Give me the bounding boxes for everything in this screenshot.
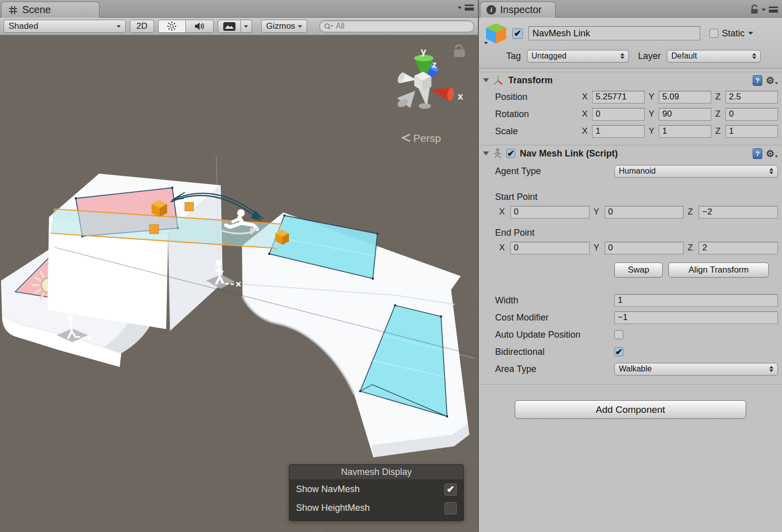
axis-x-label: x bbox=[458, 91, 463, 101]
link-handle-mid-bottom[interactable] bbox=[150, 225, 159, 234]
x-label: X bbox=[582, 126, 590, 136]
end-z-field[interactable] bbox=[699, 242, 778, 254]
auto-update-checkbox[interactable] bbox=[614, 330, 623, 339]
y-label: Y bbox=[594, 207, 603, 217]
component-enabled-checkbox[interactable] bbox=[506, 149, 515, 158]
x-label: X bbox=[499, 207, 508, 217]
toggle-2d-button[interactable]: 2D bbox=[130, 20, 154, 33]
scene-effects-button[interactable] bbox=[218, 20, 241, 33]
add-component-button[interactable]: Add Component bbox=[515, 400, 746, 419]
static-checkbox[interactable] bbox=[709, 29, 718, 38]
gameobject-icon[interactable] bbox=[484, 21, 508, 45]
bidirectional-label: Bidirectional bbox=[495, 347, 614, 357]
scale-z-field[interactable] bbox=[725, 125, 778, 138]
position-z-field[interactable] bbox=[725, 91, 778, 103]
lock-icon[interactable] bbox=[750, 5, 759, 15]
rotation-row: Rotation X Y Z bbox=[495, 108, 778, 121]
shading-mode-dropdown[interactable]: Shaded bbox=[4, 20, 126, 33]
light-icon bbox=[167, 21, 177, 31]
rotation-x-field[interactable] bbox=[592, 108, 645, 121]
agent-type-dropdown[interactable]: Humanoid bbox=[614, 165, 778, 178]
align-transform-button[interactable]: Align Transform bbox=[668, 262, 769, 278]
lock-icon[interactable] bbox=[454, 45, 465, 58]
start-z-field[interactable] bbox=[699, 206, 778, 219]
rotation-label: Rotation bbox=[495, 109, 582, 120]
chevron-down-icon bbox=[117, 25, 121, 28]
active-checkbox[interactable] bbox=[512, 28, 523, 39]
unity-editor: Scene Shaded 2D bbox=[0, 0, 782, 532]
search-input[interactable] bbox=[335, 22, 457, 31]
link-handle-mid-top[interactable] bbox=[185, 202, 193, 211]
orientation-gizmo[interactable]: y z x bbox=[396, 46, 463, 109]
layer-value: Default bbox=[671, 51, 697, 61]
bidirectional-checkbox[interactable] bbox=[614, 347, 623, 356]
tab-inspector[interactable]: Inspector bbox=[480, 2, 556, 18]
cost-modifier-label: Cost Modifier bbox=[495, 312, 614, 323]
rotation-z-field[interactable] bbox=[725, 108, 778, 121]
width-label: Width bbox=[495, 295, 614, 306]
scene-viewport[interactable]: y z x Persp Navmesh Display Show NavMesh bbox=[0, 35, 478, 532]
area-type-row: Area Type Walkable bbox=[495, 362, 778, 376]
icon-picker-arrow[interactable] bbox=[484, 42, 488, 44]
pane-dropdown-icon[interactable] bbox=[762, 9, 766, 11]
auto-update-row: Auto Update Position bbox=[495, 328, 778, 341]
auto-update-label: Auto Update Position bbox=[495, 330, 614, 340]
start-point-label: Start Point bbox=[495, 192, 778, 202]
start-y-field[interactable] bbox=[605, 206, 684, 219]
navmesh-display-overlay: Navmesh Display Show NavMesh Show Height… bbox=[289, 464, 464, 521]
inspector-panel: Inspector bbox=[479, 0, 782, 532]
gear-icon[interactable] bbox=[766, 149, 778, 158]
tab-scene[interactable]: Scene bbox=[1, 2, 100, 18]
scale-y-field[interactable] bbox=[659, 125, 711, 138]
position-x-field[interactable] bbox=[592, 91, 645, 103]
gameobject-name-input[interactable] bbox=[528, 26, 700, 40]
pane-menu-icon[interactable] bbox=[769, 7, 778, 13]
scene-audio-button[interactable] bbox=[186, 20, 214, 33]
scene-lighting-button[interactable] bbox=[158, 20, 186, 33]
scale-label: Scale bbox=[495, 126, 582, 137]
navmeshlink-title: Nav Mesh Link (Script) bbox=[520, 148, 618, 159]
help-icon[interactable] bbox=[753, 75, 762, 86]
transform-header[interactable]: Transform bbox=[479, 72, 782, 88]
foldout-icon[interactable] bbox=[483, 151, 489, 155]
scale-x-field[interactable] bbox=[592, 125, 645, 138]
navmeshlink-header[interactable]: Nav Mesh Link (Script) bbox=[479, 145, 782, 162]
chevron-down-icon bbox=[244, 25, 248, 28]
grid-icon bbox=[9, 6, 18, 15]
swap-button[interactable]: Swap bbox=[614, 262, 663, 278]
start-x-field[interactable] bbox=[510, 206, 590, 219]
width-row: Width bbox=[495, 294, 778, 307]
cost-modifier-row: Cost Modifier bbox=[495, 311, 778, 324]
x-label: X bbox=[582, 92, 590, 102]
rotation-y-field[interactable] bbox=[659, 108, 711, 121]
layer-label: Layer bbox=[638, 51, 661, 62]
scene-search-field[interactable] bbox=[319, 20, 474, 32]
end-x-field[interactable] bbox=[510, 242, 590, 254]
show-heightmesh-checkbox[interactable] bbox=[445, 502, 457, 514]
layer-dropdown[interactable]: Default bbox=[667, 50, 761, 63]
inspector-tab-label: Inspector bbox=[500, 4, 542, 16]
end-point-row: X Y Z bbox=[499, 241, 778, 254]
transform-icon bbox=[493, 75, 504, 86]
gear-icon[interactable] bbox=[766, 76, 778, 85]
pane-dropdown-icon[interactable] bbox=[458, 7, 462, 9]
foldout-icon[interactable] bbox=[483, 78, 489, 82]
area-type-label: Area Type bbox=[495, 364, 614, 375]
tag-dropdown[interactable]: Untagged bbox=[527, 50, 629, 63]
static-dropdown-arrow[interactable] bbox=[748, 32, 753, 35]
position-row: Position X Y Z bbox=[495, 90, 778, 103]
projection-toggle[interactable]: Persp bbox=[403, 132, 441, 144]
x-label: X bbox=[582, 109, 590, 119]
help-icon[interactable] bbox=[753, 148, 762, 159]
chevron-down-icon bbox=[298, 25, 302, 28]
area-type-dropdown[interactable]: Walkable bbox=[614, 363, 778, 376]
scene-effects-dropdown[interactable] bbox=[241, 20, 252, 33]
show-navmesh-checkbox[interactable] bbox=[445, 484, 457, 496]
end-y-field[interactable] bbox=[605, 242, 684, 254]
gizmos-dropdown[interactable]: Gizmos bbox=[261, 20, 308, 33]
search-icon bbox=[324, 23, 333, 30]
width-field[interactable] bbox=[614, 294, 778, 307]
cost-modifier-field[interactable] bbox=[614, 311, 778, 324]
position-y-field[interactable] bbox=[659, 91, 711, 103]
pane-menu-icon[interactable] bbox=[465, 5, 474, 11]
